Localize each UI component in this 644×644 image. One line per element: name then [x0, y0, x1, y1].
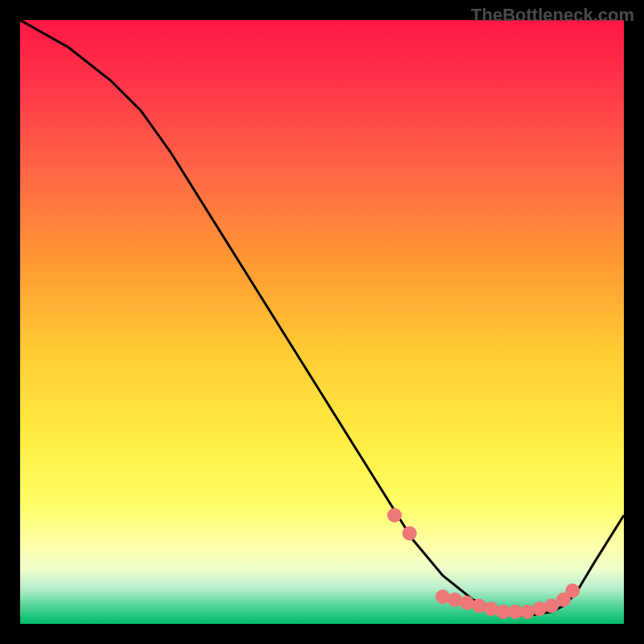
- data-point: [472, 599, 486, 613]
- data-point: [460, 596, 474, 610]
- data-point: [484, 601, 498, 616]
- data-point: [436, 589, 450, 604]
- data-point: [520, 605, 535, 619]
- data-point: [402, 526, 417, 541]
- data-point: [532, 601, 547, 616]
- data-point: [448, 592, 462, 607]
- chart: [20, 20, 624, 624]
- data-point: [565, 584, 580, 598]
- data-point: [387, 508, 402, 522]
- watermark-text: TheBottleneck.com: [471, 5, 634, 26]
- data-points: [20, 20, 624, 624]
